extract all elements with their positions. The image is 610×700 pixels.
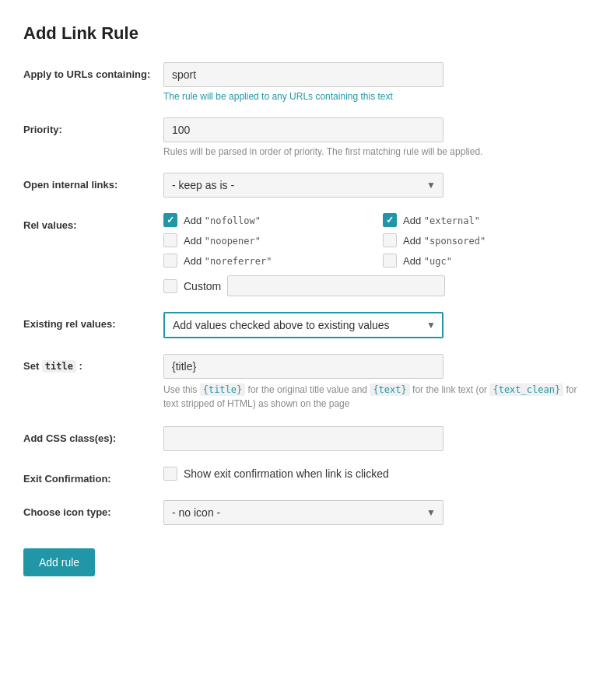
priority-label: Priority: <box>23 117 163 135</box>
exit-confirmation-text: Show exit confirmation when link is clic… <box>184 467 389 480</box>
rel-noopener-value: "noopener" <box>205 236 261 247</box>
open-internal-select-wrapper: - keep as is - in new tab in same tab ▼ <box>163 173 443 198</box>
exit-confirmation-label: Exit Confirmation: <box>23 467 163 485</box>
open-internal-select[interactable]: - keep as is - in new tab in same tab <box>163 173 443 198</box>
checkbox-noopener[interactable] <box>163 233 177 247</box>
exit-confirmation-row: Exit Confirmation: Show exit confirmatio… <box>23 467 587 485</box>
rel-add-external-label: Add "external" <box>403 215 480 226</box>
priority-content: Rules will be parsed in order of priorit… <box>163 117 587 157</box>
existing-rel-select-wrapper: Add values checked above to existing val… <box>163 312 443 338</box>
custom-row: Custom <box>163 275 587 296</box>
checkbox-noreferrer[interactable] <box>163 254 177 268</box>
existing-rel-label: Existing rel values: <box>23 312 163 330</box>
set-title-hint: Use this {title} for the original title … <box>163 383 587 411</box>
url-input[interactable] <box>163 62 443 87</box>
rel-add-nofollow-label: Add "nofollow" <box>184 215 261 226</box>
priority-hint: Rules will be parsed in order of priorit… <box>163 146 587 157</box>
hint-title-code: {title} <box>200 383 246 396</box>
rel-item-nofollow: Add "nofollow" <box>163 213 367 227</box>
rel-values-row: Rel values: Add "nofollow" Add "external… <box>23 213 587 296</box>
priority-input[interactable] <box>163 117 443 142</box>
custom-label: Custom <box>184 280 221 292</box>
rel-sponsored-value: "sponsored" <box>424 236 486 247</box>
checkbox-custom[interactable] <box>163 279 177 293</box>
icon-type-content: - no icon - external icon custom icon ▼ <box>163 500 587 525</box>
icon-type-select[interactable]: - no icon - external icon custom icon <box>163 500 443 525</box>
rel-item-external: Add "external" <box>383 213 587 227</box>
url-hint: The rule will be applied to any URLs con… <box>163 91 587 102</box>
rel-noreferrer-value: "noreferrer" <box>205 256 272 267</box>
rel-external-value: "external" <box>424 215 480 226</box>
rel-item-noreferrer: Add "noreferrer" <box>163 254 367 268</box>
exit-row: Show exit confirmation when link is clic… <box>163 467 587 481</box>
existing-rel-row: Existing rel values: Add values checked … <box>23 312 587 338</box>
priority-row: Priority: Rules will be parsed in order … <box>23 117 587 157</box>
rel-add-sponsored-label: Add "sponsored" <box>403 235 486 247</box>
custom-input[interactable] <box>227 275 445 296</box>
set-title-input[interactable] <box>163 354 443 379</box>
add-rule-button[interactable]: Add rule <box>23 548 95 576</box>
checkbox-ugc[interactable] <box>383 254 397 268</box>
icon-type-label: Choose icon type: <box>23 500 163 518</box>
rel-item-noopener: Add "noopener" <box>163 233 367 247</box>
url-row: Apply to URLs containing: The rule will … <box>23 62 587 102</box>
set-title-code: title <box>42 360 76 373</box>
button-row: Add rule <box>23 541 587 576</box>
rel-values-content: Add "nofollow" Add "external" Add "noope… <box>163 213 587 296</box>
css-classes-input[interactable] <box>163 426 443 451</box>
url-label: Apply to URLs containing: <box>23 62 163 80</box>
rel-ugc-value: "ugc" <box>424 256 452 267</box>
existing-rel-content: Add values checked above to existing val… <box>163 312 587 338</box>
open-internal-content: - keep as is - in new tab in same tab ▼ <box>163 173 587 198</box>
hint-text-clean-code: {text_clean} <box>489 383 563 396</box>
open-internal-row: Open internal links: - keep as is - in n… <box>23 173 587 198</box>
set-title-row: Set title : Use this {title} for the ori… <box>23 354 587 411</box>
rel-item-ugc: Add "ugc" <box>383 254 587 268</box>
rel-add-ugc-label: Add "ugc" <box>403 255 452 267</box>
set-title-label: Set title : <box>23 354 163 372</box>
css-classes-row: Add CSS class(es): <box>23 426 587 451</box>
exit-confirmation-content: Show exit confirmation when link is clic… <box>163 467 587 481</box>
checkbox-sponsored[interactable] <box>383 233 397 247</box>
checkbox-external[interactable] <box>383 213 397 227</box>
checkbox-exit-confirmation[interactable] <box>163 467 177 481</box>
rel-add-noreferrer-label: Add "noreferrer" <box>184 255 272 267</box>
css-classes-content <box>163 426 587 451</box>
rel-values-label: Rel values: <box>23 213 163 231</box>
css-classes-label: Add CSS class(es): <box>23 426 163 444</box>
checkbox-nofollow[interactable] <box>163 213 177 227</box>
rel-grid: Add "nofollow" Add "external" Add "noope… <box>163 213 587 268</box>
rel-add-noopener-label: Add "noopener" <box>184 235 261 247</box>
open-internal-label: Open internal links: <box>23 173 163 191</box>
hint-text-code: {text} <box>370 383 409 396</box>
icon-type-select-wrapper: - no icon - external icon custom icon ▼ <box>163 500 443 525</box>
rel-item-sponsored: Add "sponsored" <box>383 233 587 247</box>
page-title: Add Link Rule <box>23 23 587 44</box>
existing-rel-select[interactable]: Add values checked above to existing val… <box>163 312 443 338</box>
set-title-content: Use this {title} for the original title … <box>163 354 587 411</box>
rel-nofollow-value: "nofollow" <box>205 215 261 226</box>
icon-type-row: Choose icon type: - no icon - external i… <box>23 500 587 525</box>
url-content: The rule will be applied to any URLs con… <box>163 62 587 102</box>
